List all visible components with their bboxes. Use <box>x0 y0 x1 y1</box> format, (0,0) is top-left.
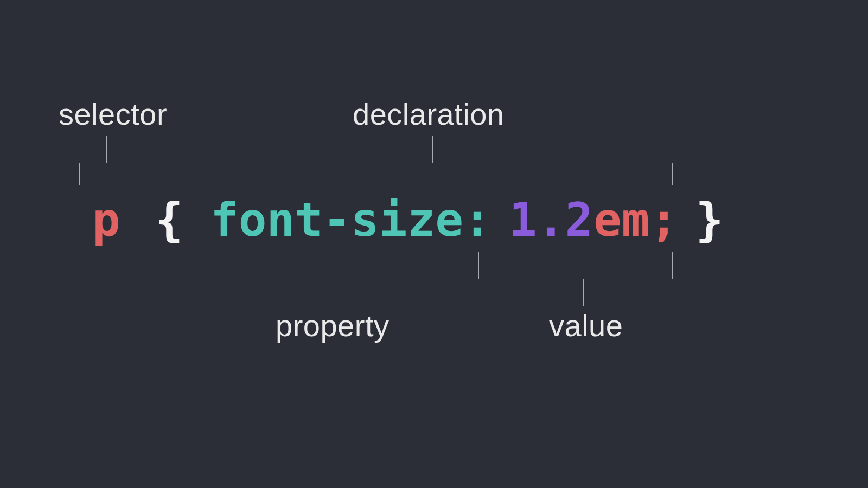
stem-selector <box>106 136 107 163</box>
label-declaration: declaration <box>353 97 504 132</box>
stem-declaration <box>432 136 433 163</box>
stem-property <box>336 279 336 306</box>
label-value: value <box>549 308 623 343</box>
code-brace-open: { <box>155 192 183 247</box>
code-selector: p <box>92 192 120 247</box>
code-brace-close: } <box>695 192 724 247</box>
code-property: font-size <box>210 192 463 247</box>
bracket-selector <box>79 163 133 185</box>
code-value-number: 1.2 <box>509 192 593 247</box>
stem-value <box>583 279 584 306</box>
bracket-declaration <box>193 163 673 185</box>
bracket-value <box>494 252 673 279</box>
code-colon: : <box>463 192 492 247</box>
code-value-unit: em <box>593 192 650 247</box>
bracket-property <box>193 252 479 279</box>
css-anatomy-diagram: selector declaration p { font-size : 1.2… <box>0 0 868 488</box>
code-semicolon: ; <box>650 192 678 247</box>
label-selector: selector <box>59 97 167 132</box>
label-property: property <box>276 308 389 343</box>
